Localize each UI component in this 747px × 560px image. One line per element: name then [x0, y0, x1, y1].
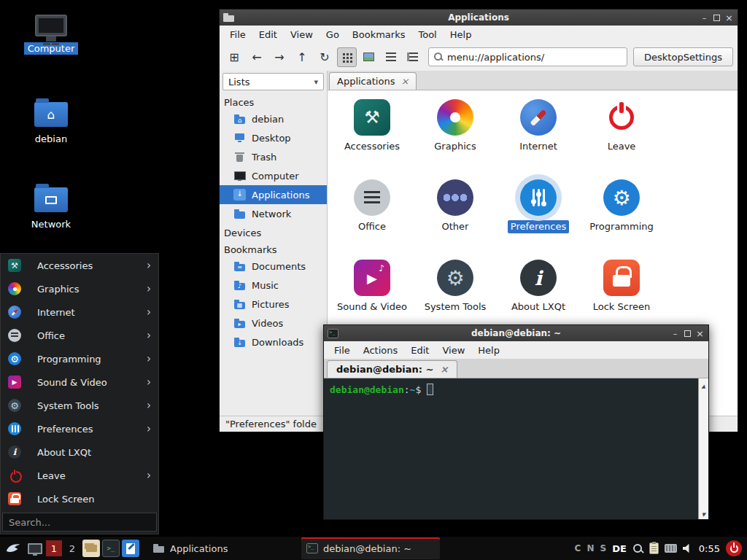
icon-view-button[interactable]: [337, 47, 357, 67]
desktop-icon-network[interactable]: Network: [18, 187, 85, 230]
forward-button[interactable]: [269, 47, 290, 67]
menu-file[interactable]: File: [223, 27, 252, 42]
system-tools-icon: [437, 260, 473, 296]
minimize-button[interactable]: [698, 12, 711, 23]
keyboard-icon[interactable]: [665, 544, 677, 553]
menu-help[interactable]: Help: [444, 27, 479, 42]
sidebar-item-trash[interactable]: Trash: [220, 147, 327, 166]
new-tab-button[interactable]: [224, 47, 244, 67]
menu-item-system-tools[interactable]: System Tools: [1, 394, 158, 417]
app-category-label: Graphics: [431, 140, 479, 153]
close-button[interactable]: [723, 12, 735, 23]
menu-item-graphics[interactable]: Graphics: [1, 277, 158, 300]
file-manager-menubar: File Edit View Go Bookmarks Tool Help: [220, 26, 738, 43]
clock[interactable]: 0:55: [699, 543, 720, 554]
sidebar-item-downloads[interactable]: Downloads: [220, 332, 327, 351]
lock-icon: [603, 260, 640, 296]
maximize-button[interactable]: [681, 327, 694, 339]
power-button[interactable]: [726, 540, 742, 556]
app-category-accessories[interactable]: Accessories: [330, 99, 414, 179]
sidebar-item-applications[interactable]: Applications: [220, 185, 327, 204]
menu-search-input[interactable]: [2, 513, 157, 532]
tab-applications[interactable]: Applications: [329, 72, 417, 90]
app-category-graphics[interactable]: Graphics: [414, 99, 497, 179]
menu-bookmarks[interactable]: Bookmarks: [346, 27, 412, 42]
menu-view[interactable]: View: [436, 343, 471, 358]
scroll-down-icon[interactable]: [702, 508, 705, 518]
app-category-programming[interactable]: Programming: [580, 179, 663, 260]
desktop-icon-home[interactable]: debian: [18, 102, 85, 145]
menu-item-preferences[interactable]: Preferences: [1, 417, 158, 440]
compact-view-button[interactable]: [381, 47, 400, 67]
menu-item-about-lxqt[interactable]: About LXQt: [1, 440, 158, 464]
address-bar[interactable]: menu://applications/: [428, 47, 627, 66]
file-manager-toolbar: menu://applications/ DesktopSettings: [220, 43, 738, 71]
show-desktop-button[interactable]: [26, 540, 44, 557]
menu-file[interactable]: File: [328, 343, 357, 358]
sidebar-item-documents[interactable]: Documents: [220, 257, 327, 276]
terminal-scrollbar[interactable]: [698, 378, 708, 519]
clipboard-icon[interactable]: [649, 542, 659, 554]
sidebar-item-music[interactable]: Music: [220, 276, 327, 295]
menu-item-leave[interactable]: Leave: [1, 464, 158, 487]
menu-actions[interactable]: Actions: [357, 343, 405, 358]
menu-item-lock-screen[interactable]: Lock Screen: [1, 487, 158, 510]
menu-go[interactable]: Go: [320, 27, 346, 42]
minimize-button[interactable]: [669, 327, 681, 339]
file-manager-sidebar: Lists Places debian Desktop Trash Comput…: [220, 71, 328, 416]
sidebar-item-videos[interactable]: Videos: [220, 314, 327, 332]
sidebar-item-pictures[interactable]: Pictures: [220, 295, 327, 314]
maximize-button[interactable]: [711, 12, 723, 23]
workspace-2-button[interactable]: 2: [64, 540, 80, 556]
app-category-other[interactable]: Other: [414, 179, 497, 260]
menu-help[interactable]: Help: [471, 343, 506, 358]
menu-item-sound-video[interactable]: Sound & Video: [1, 370, 158, 394]
pictures-folder-icon: [233, 298, 246, 310]
app-category-office[interactable]: Office: [330, 179, 414, 260]
sidebar-item-desktop[interactable]: Desktop: [220, 128, 327, 147]
menu-edit[interactable]: Edit: [252, 27, 284, 42]
terminal-tab[interactable]: debian@debian: ~: [327, 360, 457, 378]
window-title: Applications: [220, 12, 738, 23]
detailed-view-button[interactable]: [403, 47, 422, 67]
desktop-icon-label: debian: [31, 133, 71, 145]
close-button[interactable]: [694, 327, 706, 339]
menu-item-programming[interactable]: Programming: [1, 347, 158, 370]
quicklaunch-terminal-icon[interactable]: [102, 540, 120, 557]
scroll-up-icon[interactable]: [702, 379, 705, 390]
terminal-titlebar[interactable]: debian@debian: ~: [324, 325, 708, 341]
tab-close-icon[interactable]: [400, 76, 409, 87]
task-button-terminal[interactable]: debian@debian: ~: [301, 537, 440, 559]
up-button[interactable]: [292, 47, 312, 67]
menu-item-internet[interactable]: Internet: [1, 300, 158, 324]
desktop-icon-computer[interactable]: Computer: [18, 15, 85, 55]
sidebar-item-home[interactable]: debian: [220, 109, 327, 128]
sidebar-item-computer[interactable]: Computer: [220, 166, 327, 185]
app-category-leave[interactable]: Leave: [580, 99, 663, 179]
menu-item-accessories[interactable]: Accessories: [1, 254, 158, 277]
volume-icon[interactable]: [683, 543, 693, 553]
sidebar-mode-combobox[interactable]: Lists: [222, 73, 324, 90]
file-manager-titlebar[interactable]: Applications: [220, 9, 738, 26]
menu-tool[interactable]: Tool: [411, 27, 443, 42]
menu-item-office[interactable]: Office: [1, 324, 158, 347]
workspace-1-button[interactable]: 1: [46, 540, 62, 556]
start-menu-button[interactable]: [2, 537, 24, 559]
magnifier-icon[interactable]: [632, 543, 643, 554]
app-category-label: Office: [355, 220, 389, 233]
quicklaunch-editor-icon[interactable]: [122, 540, 139, 557]
reload-button[interactable]: [314, 47, 335, 67]
desktop-settings-button[interactable]: DesktopSettings: [633, 47, 733, 66]
tab-close-icon[interactable]: [440, 364, 448, 375]
terminal-body[interactable]: debian@debian:~$: [324, 378, 708, 519]
app-category-internet[interactable]: Internet: [497, 99, 580, 179]
sidebar-item-network[interactable]: Network: [220, 204, 327, 223]
thumbnail-view-button[interactable]: [359, 47, 379, 67]
back-button[interactable]: [247, 47, 267, 67]
menu-view[interactable]: View: [284, 27, 320, 42]
app-category-preferences[interactable]: Preferences: [497, 179, 580, 260]
task-button-applications[interactable]: Applications: [147, 537, 286, 559]
keyboard-layout-indicator[interactable]: DE: [612, 543, 627, 554]
menu-edit[interactable]: Edit: [404, 343, 436, 358]
quicklaunch-file-manager-icon[interactable]: [82, 540, 100, 557]
